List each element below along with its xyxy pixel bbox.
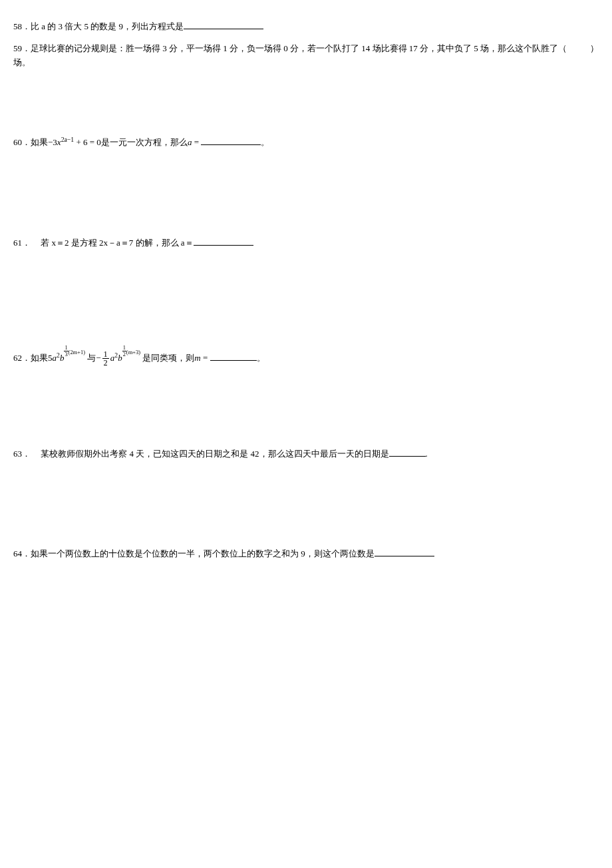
question-number: 60． (13, 137, 31, 147)
answer-blank (184, 29, 263, 29)
question-text-before: 如果 (31, 137, 48, 147)
question-text: 足球比赛的记分规则是：胜一场得 3 分，平一场得 1 分，负一场得 0 分，若一… (31, 43, 567, 53)
question-line-2: 场。 (13, 56, 599, 70)
question-line-1: 59．足球比赛的记分规则是：胜一场得 3 分，平一场得 1 分，负一场得 0 分… (13, 42, 599, 56)
question-text-after: 。 (261, 137, 269, 147)
question-text-after: ） (590, 43, 599, 53)
question-number: 58． (13, 21, 31, 31)
question-number: 62． (13, 353, 31, 363)
answer-blank (210, 360, 257, 361)
math-exp-paren-b: (2m+1) (69, 349, 85, 355)
question-number: 64． (13, 548, 31, 558)
math-eq: = (201, 353, 210, 363)
question-text: 某校教师假期外出考察 4 天，已知这四天的日期之和是 42，那么这四天中最后一天… (39, 449, 389, 459)
math-exp-frac-b: 13 (64, 345, 68, 357)
question-text: 比 a 的 3 倍大 5 的数是 9，列出方程式是 (31, 21, 184, 31)
question-58: 58．比 a 的 3 倍大 5 的数是 9，列出方程式是 (13, 20, 599, 34)
math-eq: = (192, 137, 201, 147)
question-text-mid1: 与 (87, 353, 96, 363)
math-coef: −3 (48, 137, 57, 147)
math-exponent: 2a−1 (61, 136, 75, 143)
question-text: 如果一个两位数上的十位数是个位数的一半，两个数位上的数字之和为 9，则这个两位数… (31, 548, 375, 558)
math-frac: 12 (102, 350, 109, 367)
math-var-m: m (194, 353, 200, 363)
question-59: 59．足球比赛的记分规则是：胜一场得 3 分，平一场得 1 分，负一场得 0 分… (13, 42, 599, 70)
question-62: 62．如果5a2b13(2m+1) 与−12a2b12(m+3) 是同类项，则m… (13, 350, 599, 367)
question-60: 60．如果−3x2a−1 + 6 = 0是一元一次方程，那么a = 。 (13, 136, 599, 150)
question-text-after: 。 (257, 353, 265, 363)
math-exp-paren-b2: (m+3) (126, 349, 140, 355)
question-61: 61． 若 x＝2 是方程 2x－a＝7 的解，那么 a＝ (13, 236, 599, 250)
question-number: 63． (13, 449, 31, 459)
math-rest: + 6 = 0 (74, 137, 101, 147)
math-exp-frac-b2: 12 (122, 345, 126, 357)
question-text-before: 如果 (31, 353, 48, 363)
math-minus: − (96, 353, 100, 363)
answer-blank (194, 245, 253, 246)
answer-blank (375, 556, 434, 556)
question-63: 63． 某校教师假期外出考察 4 天，已知这四天的日期之和是 42，那么这四天中… (13, 447, 599, 461)
question-64: 64．如果一个两位数上的十位数是个位数的一半，两个数位上的数字之和为 9，则这个… (13, 547, 599, 561)
question-number: 59． (13, 43, 31, 53)
question-text-after: . (426, 449, 428, 459)
answer-blank (201, 144, 261, 145)
question-number: 61． (13, 238, 31, 248)
answer-blank (389, 456, 426, 457)
question-text-mid2: 是同类项，则 (142, 353, 194, 363)
question-text-mid: 是一元一次方程，那么 (101, 137, 188, 147)
question-text: 若 x＝2 是方程 2x－a＝7 的解，那么 a＝ (39, 238, 194, 248)
